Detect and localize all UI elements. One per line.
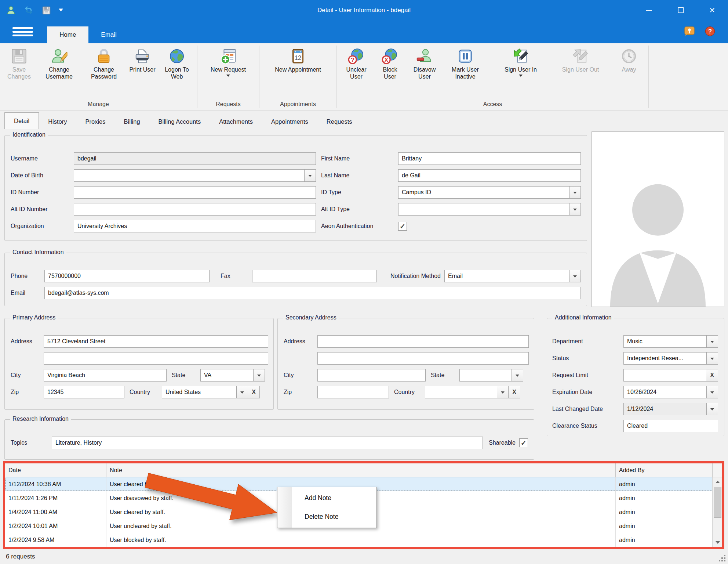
alt-id-number-field[interactable] xyxy=(74,203,316,216)
address-field[interactable] xyxy=(317,335,529,348)
menu-item-add-note[interactable]: Add Note xyxy=(292,490,376,506)
quick-access-toolbar xyxy=(0,5,63,15)
clear-icon[interactable]: X xyxy=(706,369,718,382)
tab-requests[interactable]: Requests xyxy=(317,114,361,129)
first-name-field[interactable]: Brittany xyxy=(398,152,581,165)
change-password-button[interactable]: Change Password xyxy=(81,46,126,80)
more-commands-icon[interactable] xyxy=(59,8,63,13)
vertical-scrollbar[interactable] xyxy=(713,477,722,547)
tab-proxies[interactable]: Proxies xyxy=(76,114,115,129)
city-field[interactable]: Virginia Beach xyxy=(44,369,167,382)
clear-icon[interactable]: X xyxy=(509,386,520,398)
maximize-button[interactable] xyxy=(665,0,696,21)
mark-user-inactive-button[interactable]: Mark User Inactive xyxy=(443,46,488,80)
topics-field[interactable]: Literature, History xyxy=(52,437,483,449)
menu-icon[interactable] xyxy=(12,27,33,36)
scroll-up-icon[interactable] xyxy=(713,477,722,487)
menu-item-delete-note[interactable]: Delete Note xyxy=(292,509,376,525)
city-field[interactable] xyxy=(317,369,426,382)
shareable-checkbox[interactable] xyxy=(519,438,528,447)
user-icon[interactable] xyxy=(6,5,16,15)
person-silhouette-icon xyxy=(603,160,713,307)
tab-billing[interactable]: Billing xyxy=(115,114,149,129)
expiration-date-field[interactable]: 10/26/2024 xyxy=(623,386,706,398)
resize-grip[interactable] xyxy=(718,554,726,562)
phone-field[interactable]: 7570000000 xyxy=(44,270,210,282)
sync-arrows-icon[interactable] xyxy=(23,5,34,15)
username-field[interactable]: bdegail xyxy=(74,152,316,165)
department-field[interactable]: Music xyxy=(623,335,706,348)
clearance-status-label: Clearance Status xyxy=(552,423,623,429)
disavow-user-button[interactable]: Disavow User xyxy=(406,46,443,80)
close-button[interactable]: ✕ xyxy=(696,0,728,21)
new-request-button[interactable]: New Request xyxy=(199,46,257,79)
ribbon-tab-row: Home Email ? xyxy=(0,21,728,43)
unclear-user-button[interactable]: ? Unclear User xyxy=(339,46,374,80)
chevron-down-icon[interactable] xyxy=(706,403,718,415)
address-field[interactable]: 5712 Cleveland Street xyxy=(44,335,268,348)
block-user-button[interactable]: X Block User xyxy=(374,46,406,80)
status-field[interactable]: Independent Resea... xyxy=(623,352,706,365)
chevron-down-icon[interactable] xyxy=(706,335,718,348)
minimize-button[interactable] xyxy=(633,0,665,21)
away-button[interactable]: Away xyxy=(611,46,647,73)
save-icon[interactable] xyxy=(41,5,51,15)
help-icon[interactable]: ? xyxy=(705,26,716,37)
chevron-down-icon[interactable] xyxy=(569,186,581,199)
column-header-note[interactable]: Note xyxy=(106,463,616,477)
chevron-down-icon[interactable] xyxy=(253,369,265,382)
logon-to-web-button[interactable]: Logon To Web xyxy=(159,46,195,80)
chevron-down-icon[interactable] xyxy=(706,386,718,398)
id-type-field[interactable]: Campus ID xyxy=(398,186,569,199)
notification-method-field[interactable]: Email xyxy=(444,270,569,282)
chevron-down-icon[interactable] xyxy=(512,369,523,382)
chevron-down-icon[interactable] xyxy=(569,203,581,216)
sign-user-in-button[interactable]: Sign User In xyxy=(492,46,550,79)
last-name-field[interactable]: de Gail xyxy=(398,169,581,182)
ribbon-tab-home[interactable]: Home xyxy=(47,26,88,43)
address2-field[interactable] xyxy=(44,352,268,365)
state-field[interactable] xyxy=(459,369,512,382)
scrollbar-thumb[interactable] xyxy=(714,487,721,518)
city-label: City xyxy=(11,372,44,379)
alt-id-type-field[interactable] xyxy=(398,203,569,216)
aeon-authentication-checkbox[interactable] xyxy=(398,222,407,231)
table-row[interactable]: 1/2/2024 9:58 AM User blocked by staff. … xyxy=(5,533,713,547)
zip-field[interactable]: 12345 xyxy=(44,386,124,398)
alt-id-number-label: Alt ID Number xyxy=(11,206,74,213)
tab-detail[interactable]: Detail xyxy=(4,112,39,129)
chevron-down-icon[interactable] xyxy=(569,270,581,282)
ribbon-separator xyxy=(259,46,259,108)
date-of-birth-field[interactable] xyxy=(74,169,304,182)
address2-field[interactable] xyxy=(317,352,529,365)
id-number-field[interactable] xyxy=(74,186,316,199)
country-field[interactable]: United States xyxy=(162,386,236,398)
sign-user-out-button[interactable]: Sign User Out xyxy=(550,46,611,73)
fax-field[interactable] xyxy=(252,270,377,282)
column-header-date[interactable]: Date xyxy=(5,463,106,477)
organization-field[interactable]: University Archives xyxy=(74,220,316,232)
country-field[interactable] xyxy=(425,386,497,398)
column-header-added-by[interactable]: Added By xyxy=(616,463,713,477)
tab-history[interactable]: History xyxy=(39,114,76,129)
ribbon-tab-email[interactable]: Email xyxy=(88,26,129,43)
print-user-button[interactable]: Print User xyxy=(126,46,159,73)
scroll-down-icon[interactable] xyxy=(713,538,722,547)
chevron-down-icon[interactable] xyxy=(497,386,509,398)
change-username-button[interactable]: Change Username xyxy=(37,46,81,80)
state-field[interactable]: VA xyxy=(200,369,253,382)
email-field[interactable]: bdegail@atlas-sys.com xyxy=(44,287,581,299)
tab-appointments[interactable]: Appointments xyxy=(262,114,317,129)
pin-feedback-icon[interactable] xyxy=(684,26,695,37)
clear-icon[interactable]: X xyxy=(248,386,260,398)
chevron-down-icon[interactable] xyxy=(236,386,248,398)
chevron-down-icon[interactable] xyxy=(706,352,718,365)
request-limit-field[interactable] xyxy=(623,369,706,382)
last-changed-date-field[interactable]: 1/12/2024 xyxy=(623,403,706,415)
save-changes-button[interactable]: Save Changes xyxy=(1,46,37,80)
tab-billing-accounts[interactable]: Billing Accounts xyxy=(149,114,210,129)
tab-attachments[interactable]: Attachments xyxy=(210,114,262,129)
new-appointment-button[interactable]: 12 New Appointment xyxy=(261,46,335,73)
chevron-down-icon[interactable] xyxy=(304,169,316,182)
zip-field[interactable] xyxy=(317,386,389,398)
